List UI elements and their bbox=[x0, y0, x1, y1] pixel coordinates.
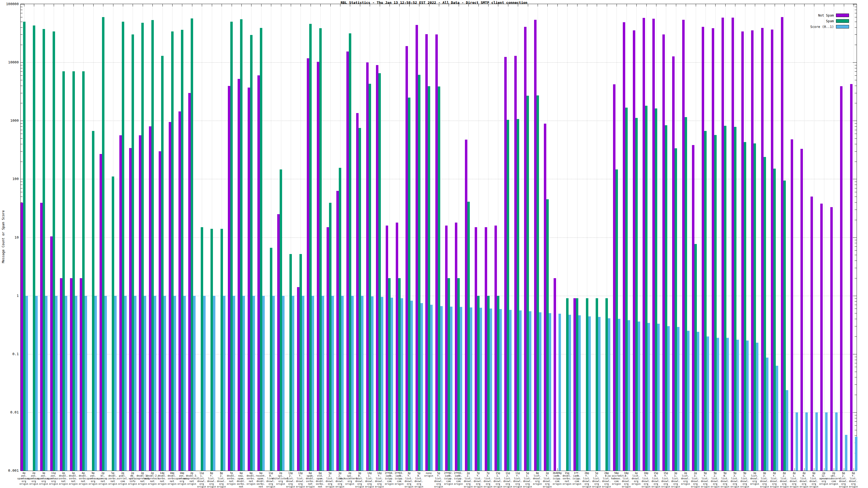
bar-spam bbox=[487, 296, 490, 470]
x-top-tick bbox=[597, 4, 597, 6]
bar-not-spam bbox=[761, 28, 764, 470]
bar-score-0-1 bbox=[332, 296, 334, 470]
y-minor-tick bbox=[21, 192, 23, 192]
bar-spam bbox=[161, 56, 163, 470]
bar-spam bbox=[398, 278, 401, 470]
bar-not-spam bbox=[70, 278, 72, 470]
bar-score-0-1 bbox=[578, 315, 581, 470]
bar-not-spam bbox=[475, 227, 477, 470]
bar-score-0-1 bbox=[855, 437, 858, 470]
bar-score-0-1 bbox=[144, 296, 146, 470]
x-top-tick bbox=[281, 4, 281, 6]
y-minor-tick bbox=[855, 65, 857, 65]
bar-not-spam bbox=[820, 204, 823, 470]
bar-not-spam bbox=[60, 278, 62, 470]
bar-score-0-1 bbox=[322, 296, 324, 470]
bar-score-0-1 bbox=[697, 332, 699, 470]
bar-not-spam bbox=[495, 226, 497, 470]
bar-not-spam bbox=[21, 203, 23, 470]
bar-not-spam bbox=[514, 56, 517, 470]
y-tick-label: 0.1 bbox=[0, 352, 19, 356]
y-tick-label: 1000 bbox=[0, 119, 19, 123]
bar-spam bbox=[606, 298, 608, 470]
x-top-tick bbox=[656, 4, 656, 6]
y-minor-tick bbox=[855, 425, 857, 426]
y-minor-tick bbox=[855, 10, 857, 10]
bar-spam bbox=[675, 148, 677, 470]
x-top-tick bbox=[350, 4, 350, 6]
bar-not-spam bbox=[554, 278, 556, 470]
y-minor-tick bbox=[855, 103, 857, 103]
bar-not-spam bbox=[613, 84, 616, 470]
y-minor-tick bbox=[855, 240, 857, 240]
bar-spam bbox=[201, 227, 203, 470]
bar-spam bbox=[300, 254, 302, 470]
bar-not-spam bbox=[356, 113, 359, 470]
bar-score-0-1 bbox=[608, 318, 610, 470]
bar-not-spam bbox=[692, 145, 694, 470]
bar-score-0-1 bbox=[667, 326, 670, 470]
bar-not-spam bbox=[781, 17, 783, 470]
y-minor-tick bbox=[855, 182, 857, 182]
bar-spam bbox=[112, 176, 114, 470]
bar-not-spam bbox=[188, 93, 191, 470]
x-top-tick bbox=[646, 4, 647, 6]
y-minor-tick bbox=[21, 7, 23, 7]
y-minor-tick bbox=[21, 80, 23, 80]
x-top-tick bbox=[143, 4, 143, 6]
x-top-tick bbox=[320, 4, 321, 6]
bar-spam bbox=[467, 202, 470, 470]
bar-not-spam bbox=[465, 140, 467, 470]
bar-score-0-1 bbox=[203, 296, 206, 470]
bar-not-spam bbox=[741, 31, 744, 470]
y-minor-tick bbox=[21, 65, 23, 65]
x-top-tick bbox=[172, 4, 173, 6]
bar-spam bbox=[507, 120, 509, 470]
bar-not-spam bbox=[672, 56, 675, 470]
legend-label: Not Spam bbox=[818, 13, 834, 18]
bar-spam bbox=[685, 117, 687, 470]
bar-score-0-1 bbox=[687, 331, 689, 470]
y-minor-tick bbox=[21, 27, 23, 28]
gridline-v bbox=[844, 4, 844, 470]
x-top-tick bbox=[518, 4, 518, 6]
bar-spam bbox=[369, 84, 371, 470]
gridline-v bbox=[854, 4, 854, 470]
bar-not-spam bbox=[317, 62, 319, 470]
bar-spam bbox=[665, 125, 667, 470]
bar-score-0-1 bbox=[104, 296, 107, 470]
bar-spam bbox=[418, 75, 421, 470]
x-top-tick bbox=[419, 4, 420, 6]
bar-not-spam bbox=[238, 79, 240, 470]
legend-item-not-spam: Not Spam bbox=[810, 12, 849, 18]
bar-score-0-1 bbox=[430, 305, 433, 470]
bar-score-0-1 bbox=[805, 412, 808, 470]
bar-score-0-1 bbox=[549, 313, 551, 470]
bar-not-spam bbox=[771, 30, 773, 470]
y-tick-label: 10 bbox=[0, 235, 19, 239]
bar-score-0-1 bbox=[825, 412, 828, 470]
bar-not-spam bbox=[179, 111, 181, 470]
x-top-tick bbox=[202, 4, 202, 6]
bar-not-spam bbox=[228, 86, 230, 470]
bar-score-0-1 bbox=[648, 323, 650, 470]
bar-spam bbox=[329, 203, 332, 470]
bar-not-spam bbox=[415, 25, 418, 470]
y-minor-tick bbox=[21, 93, 23, 93]
x-top-tick bbox=[567, 4, 567, 6]
y-minor-tick bbox=[855, 27, 857, 28]
y-minor-tick bbox=[21, 75, 23, 76]
y-tick-label: 10000 bbox=[0, 60, 19, 64]
x-top-tick bbox=[54, 4, 54, 6]
y-minor-tick bbox=[855, 415, 857, 415]
bar-score-0-1 bbox=[381, 297, 383, 470]
x-top-tick bbox=[83, 4, 84, 6]
y-minor-tick bbox=[855, 75, 857, 76]
y-minor-tick bbox=[855, 430, 857, 430]
legend-swatch-spam bbox=[836, 19, 849, 23]
bar-score-0-1 bbox=[94, 296, 97, 470]
bar-score-0-1 bbox=[85, 296, 87, 470]
x-top-tick bbox=[64, 4, 64, 6]
bar-score-0-1 bbox=[539, 312, 541, 470]
y-minor-tick bbox=[855, 151, 857, 152]
